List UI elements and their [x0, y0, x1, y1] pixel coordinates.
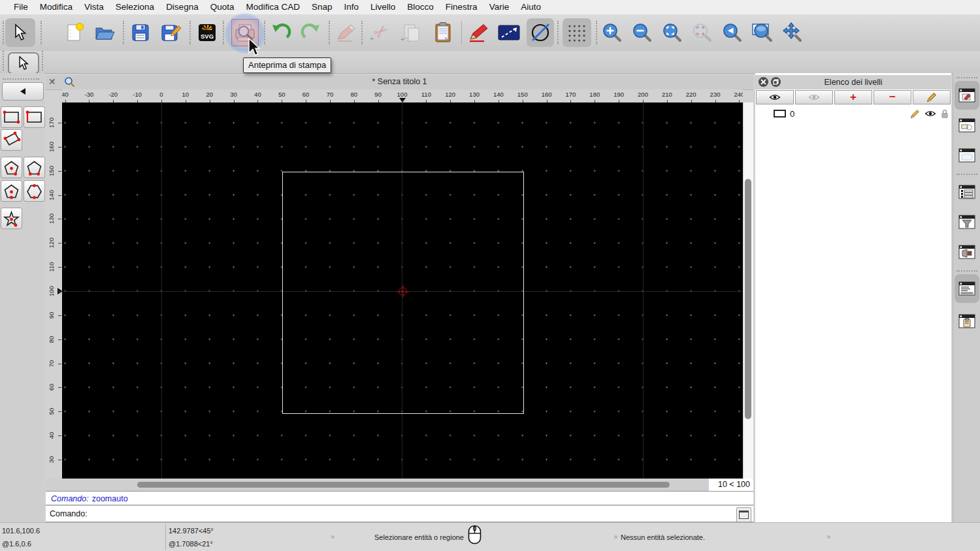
line-attributes-button[interactable]	[497, 20, 521, 46]
zoom-out-button[interactable]	[630, 20, 655, 46]
cursor-arrow-icon	[17, 55, 30, 71]
clipboard-dock-toggle[interactable]	[955, 307, 979, 336]
show-all-layers-button[interactable]	[756, 90, 794, 104]
command-input[interactable]: Comando:	[46, 506, 753, 522]
menu-item[interactable]: Livello	[365, 0, 401, 14]
polygon-side-side-button[interactable]	[24, 180, 45, 202]
vertical-scrollbar[interactable]	[743, 102, 753, 479]
ruler-top-label: 200	[633, 91, 653, 98]
menu-item[interactable]: Quota	[204, 0, 240, 14]
layer-row[interactable]: 0	[755, 106, 951, 121]
erase-button[interactable]	[334, 20, 359, 46]
ruler-top-label: 110	[416, 91, 436, 98]
rectangle-rotated-button[interactable]	[1, 129, 22, 151]
menu-item[interactable]: Varie	[483, 0, 515, 14]
redo-button[interactable]	[299, 20, 323, 46]
layers-panel-header: Elenco dei livelli	[755, 75, 951, 89]
toolbar-drag-handle[interactable]	[42, 51, 43, 71]
menu-item[interactable]: Disegna	[160, 0, 204, 14]
menu-item[interactable]: Snap	[306, 0, 338, 14]
polygon-center-corner-button[interactable]	[1, 157, 22, 178]
drawing-canvas[interactable]	[62, 102, 743, 479]
dock-drag-handle[interactable]	[3, 78, 39, 80]
rectangle-sides-button[interactable]	[24, 106, 45, 128]
grid-toggle-button[interactable]	[563, 18, 591, 47]
grid-status: 10 < 100	[709, 479, 753, 491]
vertical-scrollbar-thumb[interactable]	[745, 179, 751, 419]
select-button[interactable]	[5, 18, 35, 47]
zoom-window-button[interactable]	[750, 20, 775, 46]
horizontal-scrollbar[interactable]: 10 < 100	[46, 479, 753, 491]
media-dock-toggle[interactable]	[955, 238, 979, 266]
dock-toggle-strip	[953, 73, 980, 522]
ruler-left: 17016015014013012011010090807060504030	[46, 102, 62, 479]
menu-item[interactable]: Info	[338, 0, 365, 14]
menu-item[interactable]: Aiuto	[515, 0, 547, 14]
menu-item[interactable]: Vista	[78, 0, 110, 14]
blocks-dock-toggle[interactable]	[955, 111, 979, 140]
zoom-redraw-icon	[691, 22, 713, 44]
ruler-top-label: -10	[127, 91, 147, 98]
menu-item[interactable]: Finestra	[440, 0, 483, 14]
construction-circle-button[interactable]	[527, 18, 554, 47]
save-as-button[interactable]	[159, 20, 184, 46]
layer-visibility-eye-icon[interactable]	[924, 110, 936, 118]
ruler-top-label: 30	[224, 91, 244, 98]
command-dock-toggle[interactable]	[955, 274, 979, 303]
remove-layer-button[interactable]: −	[874, 90, 911, 104]
menu-item[interactable]: Seleziona	[110, 0, 160, 14]
hide-all-layers-button[interactable]	[795, 90, 833, 104]
layer-edit-pencil-icon[interactable]	[910, 109, 920, 119]
ruler-top-label: 150	[513, 91, 532, 98]
layers-dock-toggle[interactable]	[955, 81, 979, 110]
zoom-auto-button[interactable]	[660, 20, 685, 46]
ruler-top-label: 0	[152, 91, 171, 98]
menu-item[interactable]: File	[8, 0, 34, 14]
back-button[interactable]	[2, 82, 44, 101]
star-button[interactable]	[1, 208, 22, 229]
horizontal-scrollbar-thumb[interactable]	[137, 482, 670, 488]
zoom-in-button[interactable]	[600, 20, 625, 46]
cut-button[interactable]: ✂+	[367, 20, 392, 46]
zoom-pan-button[interactable]	[780, 20, 805, 46]
paste-button[interactable]	[431, 20, 455, 46]
rectangle-2-corners-button[interactable]	[1, 106, 22, 128]
toolbar-drag-handle[interactable]	[3, 21, 4, 44]
grid-meta-line	[643, 102, 644, 479]
grid-meta-line	[161, 102, 162, 479]
menu-item[interactable]: Blocco	[401, 0, 440, 14]
list-dock-toggle[interactable]	[955, 178, 979, 206]
command-window-button[interactable]	[736, 507, 751, 522]
layer-lock-icon[interactable]	[941, 109, 949, 118]
command-window-icon	[958, 281, 975, 296]
add-layer-button[interactable]: +	[834, 90, 872, 104]
ruler-tick	[58, 387, 61, 388]
ruler-left-label: 120	[48, 233, 56, 253]
toolbar-drag-handle[interactable]	[3, 51, 4, 71]
menu-item[interactable]: Modifica CAD	[240, 0, 306, 14]
edit-layer-button[interactable]	[913, 90, 951, 104]
left-tool-dock	[0, 73, 44, 522]
ruler-tick	[58, 435, 61, 436]
dock-drag-handle[interactable]	[956, 77, 977, 78]
library-dock-toggle[interactable]	[955, 141, 979, 170]
new-document-button[interactable]	[62, 20, 87, 46]
pen-button[interactable]	[466, 20, 491, 46]
copy-button[interactable]: +	[399, 20, 423, 46]
open-file-button[interactable]	[92, 20, 117, 46]
zoom-redraw-button[interactable]	[690, 20, 715, 46]
selection-pointer-button[interactable]	[8, 52, 39, 74]
undo-button[interactable]	[269, 20, 293, 46]
rectangle-2-corners-icon	[1, 107, 22, 127]
ruler-tick	[58, 460, 61, 460]
polygon-center-side-button[interactable]	[1, 180, 22, 202]
save-button[interactable]	[128, 20, 153, 46]
menu-item[interactable]: Modifica	[34, 0, 78, 14]
layers-window-icon	[958, 88, 975, 102]
filter-dock-toggle[interactable]	[955, 208, 979, 236]
export-svg-button[interactable]: SVG	[195, 20, 220, 46]
zoom-previous-button[interactable]	[720, 20, 745, 46]
polygon-2-corners-button[interactable]	[24, 157, 45, 178]
scissors-icon: ✂+	[368, 22, 391, 44]
statusbar-dot	[827, 535, 830, 539]
